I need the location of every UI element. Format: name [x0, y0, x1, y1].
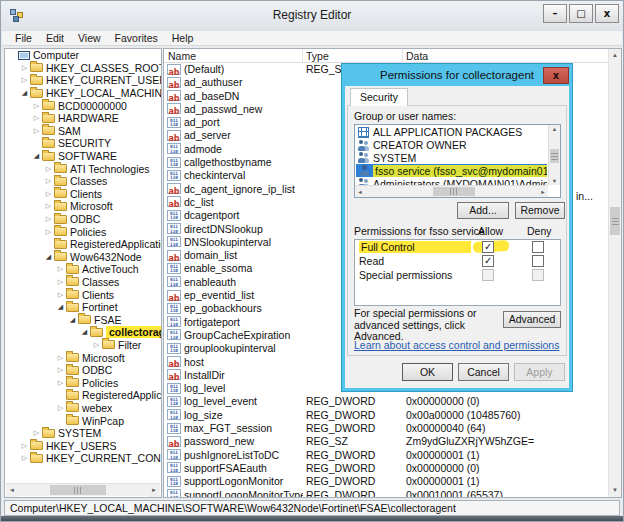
tree-hscroll-thumb[interactable] — [50, 485, 106, 495]
expander-collapsed-icon[interactable]: ▷ — [20, 74, 29, 86]
minimize-button[interactable]: – — [543, 4, 567, 23]
expander-collapsed-icon[interactable]: ▷ — [44, 226, 53, 238]
expander-collapsed-icon[interactable]: ▷ — [20, 62, 29, 74]
tree-item-winpcap[interactable]: WinPcap — [5, 414, 161, 427]
scroll-right-icon[interactable]: ► — [148, 484, 160, 497]
table-row[interactable]: log_level_eventREG_DWORD0x00000000 (0) — [164, 395, 608, 408]
tree-item-wow6432node[interactable]: ◢Wow6432Node — [5, 251, 161, 264]
tree-item-registeredapplications[interactable]: RegisteredApplications — [5, 389, 161, 402]
group-list-vscroll-thumb[interactable] — [550, 149, 559, 163]
advanced-button[interactable]: Advanced — [503, 311, 561, 328]
scroll-up-icon[interactable]: ▲ — [609, 49, 621, 62]
menu-help[interactable]: Help — [165, 32, 201, 44]
group-list-vertical-scrollbar[interactable]: ▲ ▼ — [548, 125, 560, 185]
expander-collapsed-icon[interactable]: ▷ — [32, 100, 41, 112]
menu-file[interactable]: File — [8, 32, 39, 44]
tree-item-microsoft[interactable]: ▷Microsoft — [5, 351, 161, 364]
expander-collapsed-icon[interactable]: ▷ — [44, 200, 53, 212]
tree-item-hkey-local-machine[interactable]: ◢HKEY_LOCAL_MACHINE — [5, 87, 161, 100]
tree-item-policies[interactable]: ▷Policies — [5, 376, 161, 389]
group-list-horizontal-scrollbar[interactable]: ◄ ► — [355, 185, 548, 197]
values-vertical-scrollbar[interactable]: ▲ ▼ — [608, 49, 621, 497]
table-row[interactable]: supportFSAEauthREG_DWORD0x00000000 (0) — [164, 462, 608, 475]
tree-item-fortinet[interactable]: ◢Fortinet — [5, 301, 161, 314]
menu-favorites[interactable]: Favorites — [108, 32, 165, 44]
column-header-type[interactable]: Type — [306, 50, 329, 62]
group-list-item[interactable]: ALL APPLICATION PACKAGES — [356, 126, 547, 139]
tree-item-classes[interactable]: ▷Classes — [5, 276, 161, 289]
scroll-up-icon[interactable]: ▲ — [549, 126, 560, 132]
column-header-name[interactable]: Name — [168, 50, 196, 62]
tree-item-registeredapplications[interactable]: RegisteredApplications — [5, 238, 161, 251]
expander-expanded-icon[interactable]: ◢ — [32, 150, 41, 162]
tree-item-hkey-current-user[interactable]: ▷HKEY_CURRENT_USER — [5, 74, 161, 87]
scroll-left-icon[interactable]: ◄ — [356, 189, 364, 195]
tree-horizontal-scrollbar[interactable]: ◄ ► — [6, 483, 160, 496]
tree-item-collectoragent[interactable]: ◢collectoragent — [5, 326, 161, 339]
expander-expanded-icon[interactable]: ◢ — [80, 326, 89, 338]
ok-button[interactable]: OK — [402, 363, 453, 381]
expander-collapsed-icon[interactable]: ▷ — [56, 377, 65, 389]
close-button[interactable]: x — [595, 4, 619, 23]
column-header-data[interactable]: Data — [406, 50, 428, 62]
expander-collapsed-icon[interactable]: ▷ — [56, 289, 65, 301]
group-list-item[interactable]: CREATOR OWNER — [356, 139, 547, 152]
scroll-down-icon[interactable]: ▼ — [609, 484, 621, 497]
tree-item-clients[interactable]: ▷Clients — [5, 188, 161, 201]
table-row[interactable]: pushIgnoreListToDCREG_DWORD0x00000001 (1… — [164, 449, 608, 462]
group-list-item[interactable]: SYSTEM — [356, 152, 547, 165]
tree-item-sam[interactable]: ▷SAM — [5, 125, 161, 138]
tree-item-security[interactable]: SECURITY — [5, 137, 161, 150]
tab-security[interactable]: Security — [350, 88, 408, 106]
tree-item-bcd00000000[interactable]: ▷BCD00000000 — [5, 99, 161, 112]
expander-expanded-icon[interactable]: ◢ — [20, 87, 29, 99]
tree-item-filter[interactable]: ▷Filter — [5, 339, 161, 352]
expander-collapsed-icon[interactable]: ▷ — [32, 112, 41, 124]
expander-collapsed-icon[interactable]: ▷ — [20, 440, 29, 452]
table-row[interactable]: supportLogonMonitorREG_DWORD0x00000001 (… — [164, 475, 608, 488]
tree-item-activetouch[interactable]: ▷ActiveTouch — [5, 263, 161, 276]
tree-item-ati-technologies[interactable]: ▷ATI Technologies — [5, 162, 161, 175]
scroll-down-icon[interactable]: ▼ — [549, 178, 560, 184]
tree-item-policies[interactable]: ▷Policies — [5, 225, 161, 238]
tree-item-hardware[interactable]: ▷HARDWARE — [5, 112, 161, 125]
expander-collapsed-icon[interactable]: ▷ — [44, 163, 53, 175]
deny-checkbox[interactable] — [532, 255, 544, 267]
expander-collapsed-icon[interactable]: ▷ — [56, 364, 65, 376]
group-list-item[interactable]: fsso service (fsso_svc@mydomain01.local) — [356, 164, 547, 177]
add-button[interactable]: Add... — [457, 202, 509, 219]
tree-item-system[interactable]: ▷SYSTEM — [5, 427, 161, 440]
allow-checkbox[interactable] — [482, 241, 494, 253]
table-row[interactable]: supportLogonMonitorTypeREG_DWORD0x000100… — [164, 489, 608, 499]
apply-button[interactable]: Apply — [514, 363, 565, 381]
expander-collapsed-icon[interactable]: ▷ — [20, 452, 29, 464]
table-row[interactable]: password_newREG_SZZm9ydGluZXRjYW5hZGE= — [164, 435, 608, 448]
expander-collapsed-icon[interactable]: ▷ — [56, 276, 65, 288]
expander-collapsed-icon[interactable]: ▷ — [56, 263, 65, 275]
tree-item-microsoft[interactable]: ▷Microsoft — [5, 200, 161, 213]
expander-collapsed-icon[interactable]: ▷ — [44, 188, 53, 200]
scroll-right-icon[interactable]: ► — [539, 189, 547, 195]
expander-expanded-icon[interactable]: ◢ — [68, 314, 77, 326]
expander-collapsed-icon[interactable]: ▷ — [32, 427, 41, 439]
tree-item-hkey-users[interactable]: ▷HKEY_USERS — [5, 439, 161, 452]
maximize-button[interactable]: □ — [569, 4, 593, 23]
scroll-left-icon[interactable]: ◄ — [6, 484, 18, 497]
tree-item-hkey-current-config[interactable]: ▷HKEY_CURRENT_CONFIG — [5, 452, 161, 465]
tree-item-computer[interactable]: Computer — [5, 49, 161, 62]
values-vscroll-thumb[interactable] — [610, 207, 620, 235]
tree-item-classes[interactable]: ▷Classes — [5, 175, 161, 188]
remove-button[interactable]: Remove — [515, 202, 565, 219]
expander-collapsed-icon[interactable]: ▷ — [44, 175, 53, 187]
expander-expanded-icon[interactable]: ◢ — [44, 251, 53, 263]
tree-item-hkey-classes-root[interactable]: ▷HKEY_CLASSES_ROOT — [5, 62, 161, 75]
tree-item-webex[interactable]: ▷webex — [5, 402, 161, 415]
expander-collapsed-icon[interactable]: ▷ — [56, 352, 65, 364]
menu-edit[interactable]: Edit — [39, 32, 71, 44]
table-row[interactable]: log_sizeREG_DWORD0x00a00000 (10485760) — [164, 409, 608, 422]
deny-checkbox[interactable] — [532, 241, 544, 253]
tree-item-fsae[interactable]: ◢FSAE — [5, 313, 161, 326]
tree-item-odbc[interactable]: ▷ODBC — [5, 364, 161, 377]
expander-collapsed-icon[interactable]: ▷ — [44, 213, 53, 225]
group-list-hscroll-thumb[interactable] — [433, 187, 475, 196]
